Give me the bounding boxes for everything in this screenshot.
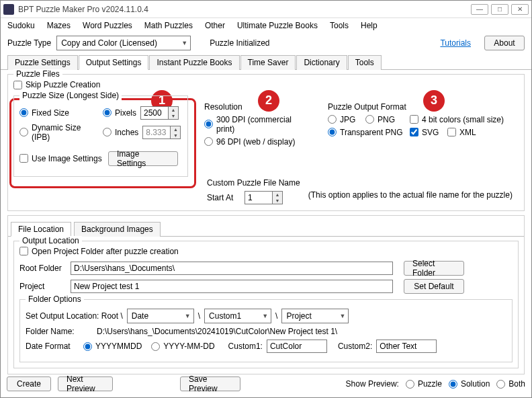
start-at-spinner[interactable]: 1 ▲▼ <box>245 191 283 204</box>
project-field[interactable]: New Project test 1 <box>71 280 393 293</box>
date-format-yyyymmdd[interactable]: YYYYMMDD <box>83 342 142 351</box>
xml-check[interactable]: XML <box>447 128 476 137</box>
sub-tabs: File Location Background Images <box>8 221 524 237</box>
start-at-label: Start At <box>207 193 240 202</box>
use-image-settings[interactable]: Use Image Settings <box>19 154 104 163</box>
output-format-group: Puzzle Output Format JPG PNG 4 bit color… <box>328 95 519 177</box>
puzzle-status: Puzzle Initialized <box>210 38 269 48</box>
resolution-group: Resolution 300 DPI (commercial print) 96… <box>204 95 312 177</box>
menu-math-puzzles[interactable]: Math Puzzles <box>144 21 193 30</box>
menu-help[interactable]: Help <box>361 21 378 30</box>
pixels-spinner[interactable]: 2500 ▲▼ <box>140 106 179 120</box>
tutorials-link[interactable]: Tutorials <box>440 38 471 48</box>
date-format-label: Date Format <box>26 342 79 351</box>
transparent-png-radio[interactable]: Transparent PNG <box>328 128 406 137</box>
four-bit-check[interactable]: 4 bit colors (small size) <box>410 115 504 124</box>
puzzle-type-label: Puzzle Type <box>7 38 51 48</box>
title-bar: BPT Puzzle Maker Pro v2024.11.0.4 — □ ✕ <box>1 1 531 18</box>
callout-3: 3 <box>423 90 445 112</box>
tab-puzzle-settings[interactable]: Puzzle Settings <box>7 55 78 70</box>
output-location-group: Output Location Open Project Folder afte… <box>13 241 519 369</box>
pixels-radio[interactable]: Pixels <box>103 108 136 118</box>
preview-solution-radio[interactable]: Solution <box>449 379 490 389</box>
tab-background-images[interactable]: Background Images <box>74 222 161 237</box>
fixed-size-radio[interactable]: Fixed Size <box>19 108 99 118</box>
next-preview-button[interactable]: Next Preview <box>58 376 113 391</box>
select-folder-button[interactable]: Select Folder <box>404 261 464 276</box>
about-button[interactable]: About <box>484 36 525 50</box>
footer-bar: Create Next Preview Save Preview Show Pr… <box>7 376 525 391</box>
puzzle-files-group: Puzzle Files Skip Puzzle Creation 1 2 3 … <box>7 74 525 211</box>
path-part1-combo[interactable]: Date▼ <box>127 309 194 323</box>
custom2-label: Custom2: <box>338 342 372 351</box>
tab-instant-puzzle-books[interactable]: Instant Puzzle Books <box>149 55 239 70</box>
dpi-96-radio[interactable]: 96 DPI (web / display) <box>204 137 295 147</box>
chevron-down-icon: ▼ <box>181 40 187 46</box>
folder-options-group: Folder Options Set Output Location: Root… <box>19 299 513 362</box>
dynamic-size-radio[interactable]: Dynamic Size (IPB) <box>19 123 99 142</box>
path-part3-combo[interactable]: Project▼ <box>281 309 349 323</box>
custom-filename-group: Custom Puzzle File Name Start At 1 ▲▼ <box>207 178 300 208</box>
open-folder-after[interactable]: Open Project Folder after puzzle creatio… <box>19 247 179 256</box>
png-radio[interactable]: PNG <box>365 115 406 124</box>
tab-output-settings[interactable]: Output Settings <box>79 55 149 70</box>
maximize-button[interactable]: □ <box>491 4 508 15</box>
minimize-button[interactable]: — <box>471 4 488 15</box>
custom-filename-title: Custom Puzzle File Name <box>207 178 300 188</box>
custom1-field[interactable]: CutColor <box>267 340 327 353</box>
tab-file-location[interactable]: File Location <box>11 222 71 237</box>
path-part2-combo[interactable]: Custom1▼ <box>204 309 271 323</box>
menu-mazes[interactable]: Mazes <box>47 21 71 30</box>
preview-both-radio[interactable]: Both <box>496 379 525 389</box>
output-location-title: Output Location <box>19 236 82 245</box>
tab-time-saver[interactable]: Time Saver <box>240 55 296 70</box>
menu-other[interactable]: Other <box>205 21 225 30</box>
project-label: Project <box>19 282 66 291</box>
main-tabs: Puzzle Settings Output Settings Instant … <box>1 54 531 70</box>
tab-dictionary[interactable]: Dictionary <box>296 55 347 70</box>
date-format-dashed[interactable]: YYYY-MM-DD <box>151 342 214 351</box>
puzzle-size-group: Puzzle Size (Longest Side) Fixed Size Pi… <box>13 95 188 177</box>
menu-word-puzzles[interactable]: Word Puzzles <box>83 21 132 30</box>
puzzle-files-title: Puzzle Files <box>13 69 62 79</box>
show-preview-label: Show Preview: <box>346 379 399 389</box>
app-icon <box>3 4 14 15</box>
jpg-radio[interactable]: JPG <box>328 115 361 124</box>
menu-bar: Sudoku Mazes Word Puzzles Math Puzzles O… <box>1 18 531 33</box>
set-default-button[interactable]: Set Default <box>404 279 464 294</box>
tab-tools[interactable]: Tools <box>348 55 382 70</box>
set-output-location-label: Set Output Location: Root \ <box>26 311 123 321</box>
inches-radio[interactable]: Inches <box>103 128 138 137</box>
svg-check[interactable]: SVG <box>410 128 443 137</box>
menu-sudoku[interactable]: Sudoku <box>7 21 35 30</box>
root-folder-label: Root Folder <box>19 264 66 273</box>
skip-puzzle-creation[interactable]: Skip Puzzle Creation <box>13 80 100 89</box>
dpi-300-radio[interactable]: 300 DPI (commercial print) <box>204 115 312 134</box>
puzzle-size-title: Puzzle Size (Longest Side) <box>19 91 122 100</box>
puzzle-type-combo[interactable]: Copy and Color (Licensed) ▼ <box>56 36 191 50</box>
folder-options-title: Folder Options <box>26 294 84 304</box>
folder-name-value: D:\Users\hans_\Documents\20241019\CutCol… <box>97 327 337 336</box>
close-button[interactable]: ✕ <box>511 4 529 15</box>
save-preview-button[interactable]: Save Preview <box>180 376 240 391</box>
image-settings-button[interactable]: Image Settings <box>108 151 178 166</box>
puzzle-type-value: Copy and Color (Licensed) <box>61 38 157 48</box>
window-title: BPT Puzzle Maker Pro v2024.11.0.4 <box>18 5 468 14</box>
menu-tools[interactable]: Tools <box>330 21 349 30</box>
callout-2: 2 <box>258 90 279 112</box>
puzzle-type-row: Puzzle Type Copy and Color (Licensed) ▼ … <box>1 33 531 53</box>
inches-spinner[interactable]: 8.333 ▲▼ <box>142 126 181 139</box>
folder-name-label: Folder Name: <box>26 327 93 336</box>
menu-ultimate[interactable]: Ultimate Puzzle Books <box>237 21 318 30</box>
custom2-field[interactable]: Other Text <box>376 340 437 353</box>
create-button[interactable]: Create <box>7 376 51 391</box>
preview-puzzle-radio[interactable]: Puzzle <box>406 379 442 389</box>
custom-filename-note: (This option applies to the actual file … <box>308 178 513 200</box>
output-format-title: Puzzle Output Format <box>328 102 415 112</box>
root-folder-field[interactable]: D:\Users\hans_\Documents\ <box>71 262 393 275</box>
custom1-label: Custom1: <box>228 342 263 351</box>
